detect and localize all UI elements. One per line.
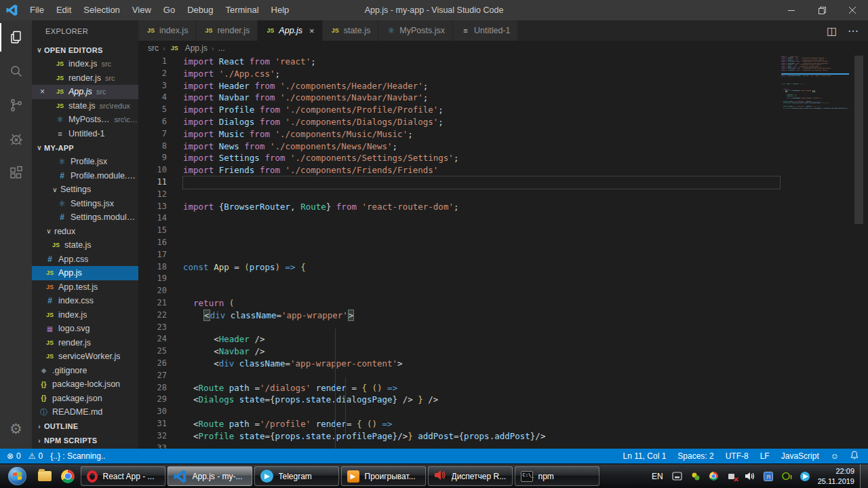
tree-item-Profile.module.css[interactable]: #Profile.module.css bbox=[32, 169, 138, 183]
code-line-3[interactable]: 3import Header from './components/Header… bbox=[138, 80, 868, 92]
tree-item-Profile.jsx[interactable]: ⚛Profile.jsx bbox=[32, 155, 138, 169]
tab-state.js[interactable]: JSstate.js bbox=[323, 20, 379, 41]
tree-item-package.json[interactable]: {}package.json bbox=[32, 392, 138, 406]
open-editor-MyPosts.jsx[interactable]: ⚛MyPosts.jsxsrc\co... bbox=[32, 113, 138, 127]
close-tab-icon[interactable]: × bbox=[309, 26, 315, 36]
code-line-2[interactable]: 2import './App.css'; bbox=[138, 68, 868, 80]
close-editor-icon[interactable]: × bbox=[40, 85, 45, 99]
tree-item-README.md[interactable]: ⓘREADME.md bbox=[32, 405, 138, 419]
tree-item-logo.svg[interactable]: ▦logo.svg bbox=[32, 322, 138, 336]
tray-punto-icon[interactable]: Я bbox=[763, 470, 774, 482]
code-line-15[interactable]: 15 bbox=[138, 225, 868, 237]
code-line-13[interactable]: 13import {BrowserRouter, Route} from 're… bbox=[138, 201, 868, 213]
tree-item-App.test.js[interactable]: JSApp.test.js bbox=[32, 280, 138, 295]
vertical-scrollbar[interactable] bbox=[854, 56, 863, 224]
extensions-icon[interactable] bbox=[0, 156, 32, 190]
code-line-8[interactable]: 8import News from './components/News/New… bbox=[138, 140, 868, 153]
tray-tray-expand-icon[interactable] bbox=[671, 470, 683, 482]
code-line-23[interactable]: 23 bbox=[138, 322, 868, 334]
code-line-24[interactable]: 24 <Header /> bbox=[138, 333, 868, 345]
menu-view[interactable]: View bbox=[126, 0, 157, 20]
status-warning[interactable]: ⚠0 bbox=[28, 451, 43, 461]
menu-help[interactable]: Help bbox=[265, 0, 296, 20]
tree-item-Settings[interactable]: ∨Settings bbox=[32, 183, 138, 197]
open-editors-header[interactable]: ∨ OPEN EDITORS bbox=[32, 43, 138, 57]
status-bell[interactable] bbox=[850, 451, 859, 462]
taskbar-button-Диспетчер R...[interactable]: Диспетчер R... bbox=[428, 466, 513, 486]
breadcrumb-item-src[interactable]: src bbox=[148, 43, 159, 53]
taskbar-button-Telegram[interactable]: Telegram bbox=[254, 466, 339, 486]
status-Ln 11, Col 1[interactable]: Ln 11, Col 1 bbox=[623, 451, 666, 461]
open-editor-state.js[interactable]: JSstate.jssrc\redux bbox=[32, 99, 138, 113]
minimap[interactable]: import React from 'react';import './App.… bbox=[781, 56, 849, 111]
code-line-28[interactable]: 28 <Route path ='/dialogs' render = { ()… bbox=[138, 382, 868, 394]
open-editor-index.js[interactable]: JSindex.jssrc bbox=[32, 57, 138, 71]
tree-item-.gitignore[interactable]: ◆.gitignore bbox=[32, 364, 138, 378]
status-{..} : Scanning..[interactable]: {..} : Scanning.. bbox=[50, 451, 105, 461]
code-line-20[interactable]: 20 bbox=[138, 285, 868, 297]
show-desktop-button[interactable] bbox=[860, 464, 868, 488]
code-line-31[interactable]: 31 <Route path ='/profile' render= { () … bbox=[138, 418, 868, 430]
status-error[interactable]: ⊗0 bbox=[7, 451, 21, 461]
split-editor-icon[interactable]: ◫ bbox=[827, 24, 837, 37]
source-control-icon[interactable] bbox=[0, 88, 32, 122]
search-icon[interactable] bbox=[0, 54, 32, 88]
code-line-4[interactable]: 4import Navbar from './components/Navbar… bbox=[138, 92, 868, 104]
code-line-19[interactable]: 19 bbox=[138, 273, 868, 285]
menu-debug[interactable]: Debug bbox=[181, 0, 219, 20]
start-button[interactable] bbox=[8, 467, 26, 485]
menu-selection[interactable]: Selection bbox=[77, 0, 125, 20]
tray-telegram-tray-icon[interactable] bbox=[800, 470, 811, 482]
tree-item-App.js[interactable]: JSApp.js bbox=[32, 266, 138, 280]
code-line-9[interactable]: 9import Settings from './components/Sett… bbox=[138, 152, 868, 164]
code-line-33[interactable]: 33 bbox=[138, 443, 868, 449]
quicklaunch-chrome[interactable] bbox=[56, 466, 79, 487]
tray-nvidia-icon[interactable]: ! bbox=[781, 470, 793, 482]
tray-kms-icon[interactable] bbox=[690, 470, 701, 482]
code-line-21[interactable]: 21 return ( bbox=[138, 297, 868, 309]
tree-item-redux[interactable]: ∨redux bbox=[32, 225, 138, 239]
code-line-6[interactable]: 6import Dialogs from './components/Dialo… bbox=[138, 116, 868, 128]
code-line-1[interactable]: 1import React from 'react'; bbox=[138, 56, 868, 68]
code-line-22[interactable]: 22 <div className='app-wrapper'> bbox=[138, 309, 868, 322]
minimize-button[interactable] bbox=[776, 0, 807, 20]
tree-item-serviceWorker.js[interactable]: JSserviceWorker.js bbox=[32, 350, 138, 364]
code-line-26[interactable]: 26 <div className='app-wrapper-content'> bbox=[138, 358, 868, 370]
tray-chrome-tray-icon[interactable] bbox=[708, 470, 719, 482]
menu-terminal[interactable]: Terminal bbox=[219, 0, 264, 20]
menu-file[interactable]: File bbox=[24, 0, 50, 20]
tray-audio-disabled-icon[interactable]: ✕ bbox=[726, 470, 738, 482]
code-line-17[interactable]: 17 bbox=[138, 249, 868, 261]
code-editor[interactable]: 1import React from 'react';2import './Ap… bbox=[138, 56, 868, 449]
code-line-27[interactable]: 27 bbox=[138, 370, 868, 382]
status-LF[interactable]: LF bbox=[760, 451, 770, 461]
taskbar-button-Проигрыват...[interactable]: ▶Проигрыват... bbox=[341, 466, 426, 486]
tab-index.js[interactable]: JSindex.js bbox=[138, 20, 196, 41]
code-line-14[interactable]: 14 bbox=[138, 212, 868, 225]
taskbar-clock[interactable]: 22:0925.11.2019 bbox=[818, 466, 854, 486]
manage-gear-icon[interactable]: ⚙ bbox=[0, 412, 32, 446]
status-Spaces: 2[interactable]: Spaces: 2 bbox=[677, 451, 713, 461]
taskbar-button-npm[interactable]: C:\_npm bbox=[515, 466, 599, 486]
code-line-32[interactable]: 32 <Profile state={props.state.profilePa… bbox=[138, 430, 868, 443]
open-editor-App.js[interactable]: ×JSApp.jssrc bbox=[32, 85, 138, 99]
tree-item-render.js[interactable]: JSrender.js bbox=[32, 336, 138, 350]
open-editor-Untitled-1[interactable]: ≡Untitled-1 bbox=[32, 127, 138, 141]
debug-icon[interactable] bbox=[0, 122, 32, 156]
tab-Untitled-1[interactable]: ≡Untitled-1 bbox=[453, 20, 519, 41]
code-line-16[interactable]: 16 bbox=[138, 237, 868, 249]
code-line-11[interactable]: 11 bbox=[138, 176, 868, 189]
restore-button[interactable] bbox=[807, 0, 837, 20]
taskbar-button-React App - ...[interactable]: React App - ... bbox=[81, 466, 165, 486]
tree-item-package-lock.json[interactable]: {}package-lock.json bbox=[32, 377, 138, 392]
section-outline[interactable]: ›OUTLINE bbox=[32, 419, 138, 434]
quicklaunch-explorer[interactable] bbox=[33, 466, 56, 487]
taskbar-button-App.js - my-...[interactable]: App.js - my-... bbox=[167, 466, 252, 486]
close-button[interactable] bbox=[837, 0, 868, 20]
tree-item-Settings.module.c...[interactable]: #Settings.module.c... bbox=[32, 210, 138, 225]
breadcrumb-item-App.js[interactable]: App.js bbox=[185, 43, 208, 53]
status-UTF-8[interactable]: UTF-8 bbox=[726, 451, 749, 461]
tab-App.js[interactable]: JSApp.js× bbox=[258, 20, 322, 41]
tray-language[interactable]: EN bbox=[652, 472, 663, 481]
code-line-10[interactable]: 10import Friends from './components/Frie… bbox=[138, 164, 868, 176]
